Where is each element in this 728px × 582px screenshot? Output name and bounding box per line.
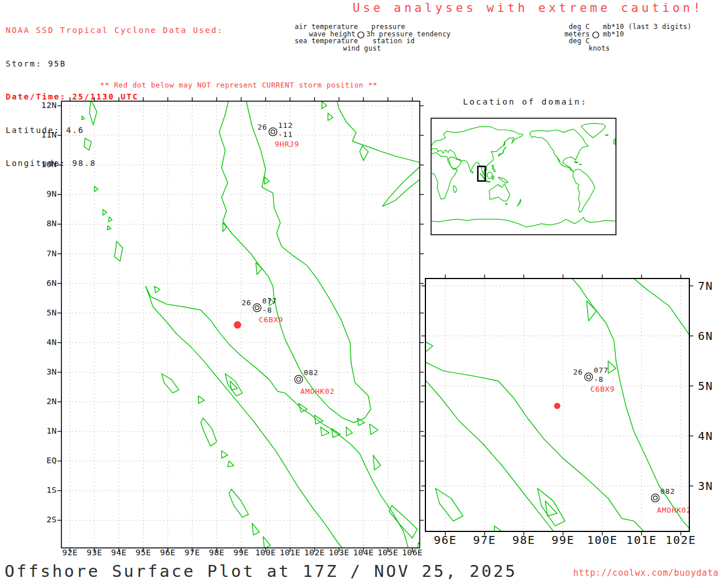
legend-unit-degc-2: deg C xyxy=(564,38,590,45)
world-locator-map xyxy=(431,118,616,235)
main-y-tick-label: 10N xyxy=(25,160,57,169)
source-url: http://coolwx.com/buoydata xyxy=(573,568,719,578)
station-pressure-tendency: -8 xyxy=(262,306,272,314)
station-pressure-tendency: -8 xyxy=(594,375,603,384)
station-circle-icon xyxy=(295,375,303,383)
inset-y-tick-label: 4N xyxy=(698,429,726,443)
storm-id-line: Storm: 95B xyxy=(6,59,224,70)
station-marker: 082AMOHK02 xyxy=(295,368,334,396)
legend-sea-temperature: sea temperature xyxy=(295,38,355,45)
main-y-tick-label: 1S xyxy=(25,485,57,494)
station-circle-icon xyxy=(269,128,277,136)
station-id: AMOHK02 xyxy=(657,506,691,514)
stations-layer: 26112-119HRJ926077-8C6BX9082AMOHK02 xyxy=(242,121,335,396)
inset-x-tick-label: 97E xyxy=(466,533,503,547)
station-air-temp: 26 xyxy=(258,123,267,131)
legend-unit-mb10: mb*10 xyxy=(603,31,624,38)
station-id: C6BX9 xyxy=(590,385,615,393)
red-dot-warning: ** Red dot below may NOT represent CURRE… xyxy=(100,81,378,89)
station-pressure: 077 xyxy=(594,366,609,375)
station-pressure: 112 xyxy=(619,69,634,77)
station-marker: 26112-119HRJ9 xyxy=(258,121,299,148)
inset-x-tick-label: 96E xyxy=(427,533,464,547)
station-circle-icon xyxy=(610,76,618,84)
station-id: 9HRJ9 xyxy=(275,140,299,148)
station-air-temp: 26 xyxy=(573,368,583,376)
inset-y-tick-label: 5N xyxy=(698,379,726,393)
main-y-tick-label: EQ xyxy=(25,456,57,465)
inset-x-tick-label: 99E xyxy=(545,533,581,547)
station-inner-circle xyxy=(612,78,616,82)
station-marker: 082AMOHK02 xyxy=(651,487,691,514)
main-map: 26112-119HRJ926077-8C6BX9082AMOHK02 xyxy=(61,101,420,548)
station-circle-icon xyxy=(253,304,261,311)
detail-inset-map: 26112-119HRJ926077-8C6BX9082AMOHK02 xyxy=(425,278,689,531)
station-id: 9HRJ9 xyxy=(616,88,640,96)
legend-wind-gust: wind gust xyxy=(343,45,381,52)
station-air-temp: 26 xyxy=(242,298,251,307)
station-pressure: 082 xyxy=(304,368,318,377)
main-y-tick-label: 7N xyxy=(25,249,57,258)
main-y-tick-label: 1N xyxy=(25,426,57,435)
station-model-legend: air temperature wave height sea temperat… xyxy=(295,23,465,53)
world-inset-title: Location of domain: xyxy=(463,97,588,106)
main-y-tick-label: 12N xyxy=(25,101,57,110)
world-coastlines xyxy=(431,123,616,227)
station-marker: 26112-119HRJ9 xyxy=(598,69,640,96)
main-y-tick-label: 6N xyxy=(25,278,57,288)
main-y-tick-label: 2N xyxy=(25,397,57,406)
station-id: AMOHK02 xyxy=(300,387,334,396)
station-circle-icon xyxy=(651,494,659,502)
inset-x-tick-label: 102E xyxy=(663,533,699,547)
station-pressure-tendency: -11 xyxy=(278,130,293,139)
main-y-tick-label: 4N xyxy=(25,338,57,347)
legend-unit-knots: knots xyxy=(589,45,610,52)
inset-y-tick-label: 6N xyxy=(698,329,726,343)
station-pressure-tendency: -11 xyxy=(619,78,634,86)
noaa-source-line: NOAA SSD Tropical Cyclone Data Used: xyxy=(6,25,224,36)
units-legend: deg C meters deg C mb*10 (last 3 digits)… xyxy=(564,23,712,53)
legend-unit-degc-1: deg C xyxy=(564,23,590,31)
main-y-tick-label: 3N xyxy=(25,367,57,376)
station-pressure: 082 xyxy=(660,487,675,496)
offshore-surface-plot: NOAA SSD Tropical Cyclone Data Used: Sto… xyxy=(0,0,728,582)
main-y-tick-label: 8N xyxy=(25,219,57,228)
main-y-tick-label: 9N xyxy=(25,189,57,198)
station-pressure: 077 xyxy=(262,297,277,305)
legend-pressure: pressure xyxy=(371,23,405,31)
legend-air-temperature: air temperature xyxy=(295,23,355,31)
storm-position-dot xyxy=(234,321,241,329)
main-y-tick-label: 11N xyxy=(25,130,57,139)
station-pressure: 112 xyxy=(278,121,293,130)
station-circle-icon xyxy=(585,373,593,381)
caution-banner: Use analyses with extreme caution! xyxy=(353,1,704,15)
station-air-temp: 26 xyxy=(598,70,608,79)
station-circle-icon xyxy=(357,31,365,39)
legend-unit-mb10-last3: mb*10 (last 3 digits) xyxy=(603,23,692,31)
inset-x-tick-label: 101E xyxy=(623,533,660,547)
inset-x-tick-label: 98E xyxy=(506,533,542,547)
storm-position-dot xyxy=(554,403,560,409)
inset-y-tick-label: 3N xyxy=(698,479,726,493)
inset-y-tick-label: 7N xyxy=(698,279,726,293)
main-y-tick-label: 5N xyxy=(25,308,57,317)
inset-x-tick-label: 100E xyxy=(584,533,621,547)
station-id: C6BX9 xyxy=(259,315,283,324)
main-y-tick-label: 2S xyxy=(25,515,57,524)
coastline-layer xyxy=(82,94,424,551)
station-circle-icon xyxy=(592,31,600,39)
main-x-tick-label: 106E xyxy=(397,548,428,557)
plot-title: Offshore Surface Plot at 17Z / NOV 25, 2… xyxy=(5,562,517,581)
legend-station-id: station id xyxy=(373,38,415,45)
